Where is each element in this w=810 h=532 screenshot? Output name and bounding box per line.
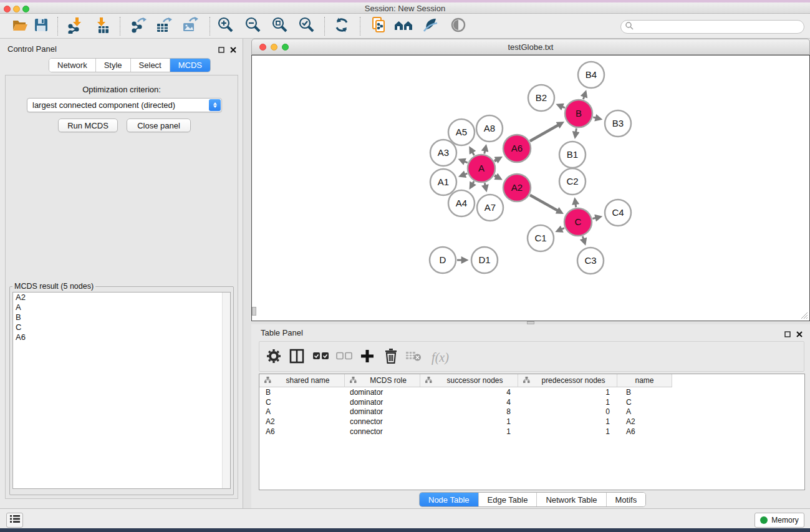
graph-node-C[interactable]: C bbox=[564, 208, 592, 236]
table-cell[interactable]: A2 bbox=[617, 417, 672, 427]
graph-edge-A-A1[interactable] bbox=[464, 173, 467, 175]
duplicate-network-button[interactable] bbox=[369, 16, 389, 36]
delete-columns-button[interactable] bbox=[382, 348, 400, 367]
criterion-select[interactable]: largest connected component (directed) bbox=[27, 98, 222, 112]
tab-select[interactable]: Select bbox=[131, 59, 170, 72]
canvas-vertical-scrollbar[interactable] bbox=[252, 307, 256, 316]
result-list-scrollbar[interactable] bbox=[222, 293, 230, 488]
close-panel-button[interactable]: Close panel bbox=[127, 118, 191, 132]
table-cell[interactable]: connector bbox=[345, 417, 420, 427]
table-row[interactable]: A6connector11A6 bbox=[259, 427, 804, 437]
table-cell[interactable]: 0 bbox=[518, 407, 617, 417]
graph-node-C1[interactable]: C1 bbox=[528, 225, 554, 251]
graph-edge-A-A6[interactable] bbox=[494, 160, 498, 162]
graph-edge-B-B4[interactable] bbox=[583, 95, 584, 99]
node-table[interactable]: shared nameMCDS rolesuccessor nodesprede… bbox=[259, 374, 805, 490]
graph-edge-C-C2[interactable] bbox=[576, 203, 576, 208]
graph-node-B1[interactable]: B1 bbox=[559, 142, 586, 168]
deselect-all-button[interactable] bbox=[335, 348, 354, 367]
result-list-item[interactable]: C bbox=[13, 322, 230, 332]
graph-edge-A-A3[interactable] bbox=[463, 161, 467, 163]
table-cell[interactable]: A2 bbox=[259, 417, 345, 427]
import-network-button[interactable] bbox=[65, 16, 85, 36]
result-list-item[interactable]: B bbox=[13, 312, 230, 322]
graph-edge-A-A8[interactable] bbox=[485, 150, 485, 153]
run-mcds-button[interactable]: Run MCDS bbox=[58, 118, 118, 132]
graph-edge-A-A5[interactable] bbox=[472, 152, 474, 155]
float-panel-icon[interactable] bbox=[218, 44, 224, 56]
table-mode-button[interactable] bbox=[264, 348, 283, 367]
open-session-button[interactable] bbox=[10, 16, 30, 36]
save-session-button[interactable] bbox=[31, 16, 51, 36]
network-canvas[interactable]: B4B2BB3A8A5A6A3B1AC2A1A2A4A7C4CC1DD1C3 bbox=[251, 55, 810, 321]
network-graph[interactable]: B4B2BB3A8A5A6A3B1AC2A1A2A4A7C4CC1DD1C3 bbox=[252, 56, 809, 321]
graph-edge-A-A2[interactable] bbox=[494, 175, 497, 177]
tab-style[interactable]: Style bbox=[96, 59, 131, 72]
graph-edge-C-C1[interactable] bbox=[561, 228, 564, 230]
table-cell[interactable]: 1 bbox=[420, 427, 518, 437]
float-panel-icon[interactable] bbox=[784, 329, 791, 340]
result-list-item[interactable]: A bbox=[13, 302, 230, 312]
table-cell[interactable]: dominator bbox=[345, 387, 420, 397]
zoom-in-button[interactable] bbox=[216, 16, 236, 36]
table-cell[interactable]: B bbox=[259, 387, 345, 397]
table-cell[interactable]: 4 bbox=[420, 387, 518, 397]
export-network-button[interactable] bbox=[128, 16, 148, 36]
table-cell[interactable]: A6 bbox=[259, 427, 345, 437]
cybrowser-button[interactable] bbox=[420, 16, 440, 36]
select-all-button[interactable] bbox=[312, 348, 330, 367]
graph-node-A3[interactable]: A3 bbox=[430, 140, 456, 166]
graph-edge-C-C3[interactable] bbox=[582, 236, 584, 240]
show-columns-button[interactable] bbox=[287, 348, 306, 367]
column-header-successor-nodes[interactable]: successor nodes bbox=[420, 374, 518, 387]
tab-motifs[interactable]: Motifs bbox=[607, 493, 646, 506]
export-image-button[interactable] bbox=[180, 16, 200, 36]
graph-node-A8[interactable]: A8 bbox=[476, 115, 503, 142]
graph-node-D1[interactable]: D1 bbox=[471, 247, 498, 273]
graph-node-B[interactable]: B bbox=[565, 100, 592, 127]
column-header-shared-name[interactable]: shared name bbox=[259, 374, 345, 387]
table-cell[interactable]: 1 bbox=[420, 417, 518, 427]
search-field[interactable] bbox=[620, 20, 804, 34]
table-cell[interactable]: 8 bbox=[420, 407, 518, 417]
table-row[interactable]: Cdominator41C bbox=[259, 397, 804, 407]
graph-edge-A-A7[interactable] bbox=[485, 183, 485, 186]
table-row[interactable]: Bdominator41B bbox=[259, 387, 804, 397]
zoom-fit-button[interactable] bbox=[270, 16, 290, 36]
graph-node-C2[interactable]: C2 bbox=[559, 168, 586, 195]
graph-edge-A-A4[interactable] bbox=[472, 181, 474, 185]
table-row[interactable]: Adominator80A bbox=[259, 407, 804, 417]
table-cell[interactable]: 1 bbox=[518, 427, 617, 437]
graph-node-A7[interactable]: A7 bbox=[477, 195, 503, 221]
table-cell[interactable]: A bbox=[259, 407, 345, 417]
graph-node-B4[interactable]: B4 bbox=[578, 62, 604, 88]
graph-node-C4[interactable]: C4 bbox=[605, 200, 631, 226]
table-cell[interactable]: dominator bbox=[345, 397, 420, 407]
graph-edge-B-B2[interactable] bbox=[561, 106, 565, 107]
tab-node-table[interactable]: Node Table bbox=[420, 493, 479, 506]
graph-node-B3[interactable]: B3 bbox=[605, 110, 631, 137]
table-cell[interactable]: C bbox=[617, 397, 672, 407]
table-cell[interactable]: connector bbox=[345, 427, 420, 437]
table-cell[interactable]: 1 bbox=[518, 387, 617, 397]
table-cell[interactable]: C bbox=[259, 397, 345, 407]
task-history-button[interactable] bbox=[6, 513, 23, 528]
zoom-out-button[interactable] bbox=[243, 16, 263, 36]
window-resize-grip[interactable] bbox=[799, 311, 808, 319]
graph-node-D[interactable]: D bbox=[430, 247, 456, 273]
column-header-predecessor-nodes[interactable]: predecessor nodes bbox=[518, 374, 617, 387]
graph-node-A[interactable]: A bbox=[468, 155, 495, 182]
graph-node-A5[interactable]: A5 bbox=[448, 119, 475, 145]
column-header-MCDS-role[interactable]: MCDS role bbox=[345, 374, 420, 387]
graph-node-A2[interactable]: A2 bbox=[503, 174, 531, 201]
import-table-button[interactable] bbox=[92, 16, 112, 36]
close-panel-icon[interactable] bbox=[230, 44, 236, 56]
table-cell[interactable]: 1 bbox=[518, 417, 617, 427]
graph-edge-B-B1[interactable] bbox=[576, 128, 576, 133]
graph-edge-B-B3[interactable] bbox=[593, 117, 597, 118]
zoom-selected-button[interactable] bbox=[297, 16, 317, 36]
graph-edge-C-C4[interactable] bbox=[592, 218, 597, 219]
table-cell[interactable]: A bbox=[617, 407, 672, 417]
graph-edge-A6-B[interactable] bbox=[530, 125, 559, 141]
table-cell[interactable]: dominator bbox=[345, 407, 420, 417]
